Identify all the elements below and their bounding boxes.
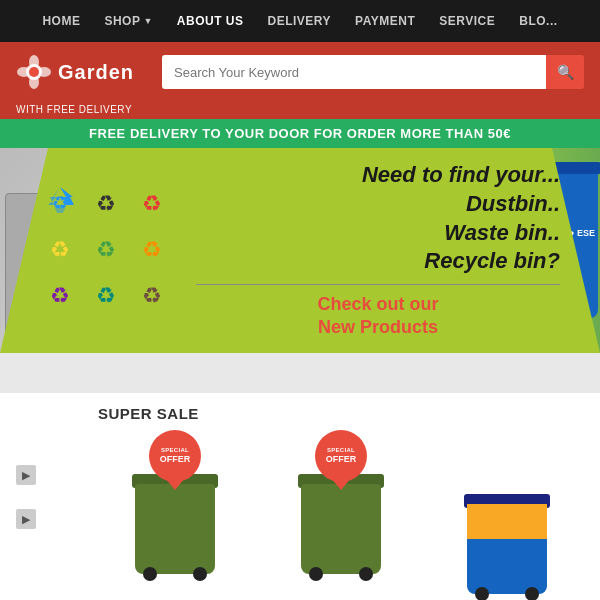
hero-section: ♻ ♻ ♻ ♻ ♻ ♻ ♻ ♻ (0, 148, 600, 353)
grey-gap (0, 353, 600, 393)
hero-divider (196, 284, 560, 285)
logo-icon (16, 54, 52, 90)
svg-text:♻: ♻ (50, 237, 70, 262)
bin-wheel-left-3 (475, 587, 489, 600)
special-offer-badge-1: SPECIAL OFFER (149, 430, 201, 482)
bin-top-section-3 (467, 504, 547, 539)
nav-home[interactable]: HOME (42, 14, 80, 28)
banner-strip: FREE DELIVERY TO YOUR DOOR FOR ORDER MOR… (0, 119, 600, 148)
recycle-black-icon: ♻ (86, 183, 126, 223)
sub-header: WITH FREE DELIVERY (0, 102, 600, 119)
svg-point-1 (29, 55, 39, 69)
shop-chevron-icon: ▼ (143, 16, 152, 26)
svg-point-4 (37, 67, 51, 77)
bin-wheel-right-1 (193, 567, 207, 581)
hero-text: Need to find your... Dustbin.. Waste bin… (176, 161, 560, 339)
logo-area: Garden (16, 54, 146, 90)
nav-blog[interactable]: BLO... (519, 14, 557, 28)
badge-flap-1 (165, 478, 185, 490)
hero-cta[interactable]: Check out our New Products (196, 293, 560, 340)
recycle-green-icon: ♻ (86, 229, 126, 269)
recycle-blue-icon: ♻ (40, 183, 80, 223)
recycle-teal-icon: ♻ (86, 275, 126, 315)
product-card-1[interactable]: SPECIAL OFFER (98, 434, 252, 594)
hero-main-text: Need to find your... Dustbin.. Waste bin… (196, 161, 560, 275)
nav-delivery[interactable]: DELIVERY (268, 14, 332, 28)
svg-text:♻: ♻ (96, 191, 116, 216)
svg-text:♻: ♻ (96, 237, 116, 262)
recycle-orange-icon: ♻ (132, 229, 172, 269)
product-card-3[interactable] (430, 434, 584, 594)
bin-body-3 (467, 504, 547, 594)
bin-wheel-left-1 (143, 567, 157, 581)
svg-text:♻: ♻ (96, 283, 116, 308)
recycle-brown-icon: ♻ (132, 275, 172, 315)
bin-wheel-left-2 (309, 567, 323, 581)
nav-about[interactable]: ABOUT US (177, 14, 244, 28)
nav-payment[interactable]: PAYMENT (355, 14, 415, 28)
svg-text:♻: ♻ (142, 237, 162, 262)
sidebar-arrow-1[interactable]: ▶ (16, 465, 36, 485)
search-icon: 🔍 (557, 64, 574, 80)
products-main: SUPER SALE SPECIAL OFFER (98, 405, 584, 594)
product-image-3 (452, 474, 562, 594)
svg-text:♻: ♻ (142, 191, 162, 216)
top-navigation: HOME SHOP ▼ ABOUT US DELIVERY PAYMENT SE… (0, 0, 600, 42)
product-grid: SPECIAL OFFER SPECIAL OFFER (98, 434, 584, 594)
bin-body-2 (301, 484, 381, 574)
sidebar-navigation: ▶ ▶ (16, 405, 86, 594)
bin-shape-3 (467, 494, 547, 594)
badge-flap-2 (331, 478, 351, 490)
ese-label: ● ESE (569, 228, 595, 238)
svg-text:♻: ♻ (142, 283, 162, 308)
site-header: Garden 🔍 (0, 42, 600, 102)
logo-text: Garden (58, 61, 134, 84)
sidebar-arrow-2[interactable]: ▶ (16, 509, 36, 529)
bin-body-1 (135, 484, 215, 574)
recycle-purple-icon: ♻ (40, 275, 80, 315)
hero-center-panel: ♻ ♻ ♻ ♻ ♻ ♻ ♻ ♻ (0, 148, 600, 353)
recycle-red-icon: ♻ (132, 183, 172, 223)
nav-service[interactable]: SERVICE (439, 14, 495, 28)
search-button[interactable]: 🔍 (546, 55, 584, 89)
super-sale-title: SUPER SALE (98, 405, 584, 422)
svg-point-2 (29, 75, 39, 89)
search-bar: 🔍 (162, 55, 584, 89)
recycle-icons-grid: ♻ ♻ ♻ ♻ ♻ ♻ ♻ ♻ (40, 183, 176, 319)
bin-wheel-right-3 (525, 587, 539, 600)
nav-shop[interactable]: SHOP ▼ (104, 14, 152, 28)
product-card-2[interactable]: SPECIAL OFFER (264, 434, 418, 594)
special-offer-badge-2: SPECIAL OFFER (315, 430, 367, 482)
svg-text:♻: ♻ (52, 193, 68, 213)
products-area: ▶ ▶ SUPER SALE SPECIAL OFFER (0, 393, 600, 600)
recycle-yellow-icon: ♻ (40, 229, 80, 269)
svg-point-3 (17, 67, 31, 77)
svg-point-5 (29, 67, 39, 77)
search-input[interactable] (162, 55, 546, 89)
bin-wheel-right-2 (359, 567, 373, 581)
svg-text:♻: ♻ (50, 283, 70, 308)
